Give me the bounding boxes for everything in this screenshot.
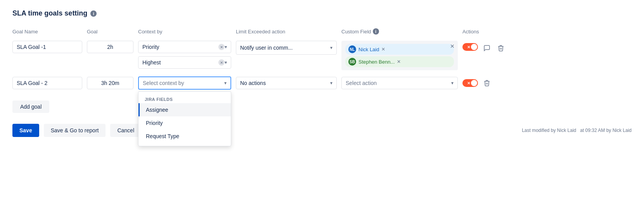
limit-exceeded-1-chevron: ▾	[330, 45, 332, 50]
delete-button-2[interactable]	[482, 78, 492, 88]
goal-value-1-input[interactable]	[87, 41, 133, 53]
user-tag-nl: NL Nick Laid ✕	[345, 44, 454, 55]
header-custom-field: Custom Field i	[341, 28, 458, 35]
add-goal-button[interactable]: Add goal	[12, 100, 49, 113]
user-tag-sb: SB Stephen Benn... ✕	[345, 56, 454, 67]
context-by-2-chevron: ▾	[224, 80, 227, 86]
goal-row-2: Select context by ▾ JIRA FIELDS Assignee…	[12, 73, 632, 93]
select-action-2-text: Select action	[346, 80, 451, 86]
header-goal: Goal	[87, 29, 133, 35]
dropdown-section-label: JIRA FIELDS	[138, 95, 231, 103]
header-context-by: Context by	[138, 29, 231, 35]
info-icon[interactable]: i	[90, 10, 97, 17]
select-action-2-chevron: ▾	[451, 80, 454, 86]
bottom-bar: Save Save & Go to report Cancel Last mod…	[12, 124, 632, 137]
context-priority-text: Priority	[142, 44, 218, 50]
limit-exceeded-2-chevron: ▾	[330, 80, 332, 86]
row2-actions: ✕	[462, 78, 525, 88]
dropdown-item-request-type[interactable]: Request Type	[138, 130, 231, 143]
toggle-2[interactable]: ✕	[462, 79, 478, 87]
goal-name-2-input[interactable]	[12, 77, 82, 89]
context-by-2-select[interactable]: Select context by ▾	[138, 76, 231, 90]
title-text: SLA time goals setting	[12, 9, 87, 17]
header-limit-exceeded: Limit Exceeded action	[236, 29, 337, 35]
goal-row-1: Priority ✕ ▾ Highest ✕ ▾ Notify user in …	[12, 38, 632, 73]
limit-exceeded-2-text: No actions	[240, 80, 330, 86]
comment-button-1[interactable]	[482, 43, 492, 53]
dropdown-item-assignee[interactable]: Assignee	[138, 103, 231, 116]
context-highest-chevron: ▾	[225, 60, 227, 65]
table-header: Goal Name Goal Context by Limit Exceeded…	[12, 28, 632, 38]
user1-name: Nick Laid	[358, 47, 379, 52]
avatar-nl: NL	[348, 45, 356, 53]
limit-exceeded-2-select[interactable]: No actions ▾	[236, 77, 337, 89]
context-dropdown-menu: JIRA FIELDS Assignee Priority Request Ty…	[138, 91, 231, 146]
context-highest-text: Highest	[142, 59, 218, 66]
context-priority-select[interactable]: Priority ✕ ▾	[138, 41, 231, 53]
custom-field-1-container: ✕ NL Nick Laid ✕ SB Stephen Benn... ✕	[341, 41, 458, 70]
save-button[interactable]: Save	[12, 124, 39, 137]
delete-button-1[interactable]	[496, 43, 506, 53]
dropdown-item-priority[interactable]: Priority	[138, 116, 231, 130]
save-go-to-report-button[interactable]: Save & Go to report	[44, 124, 106, 137]
limit-exceeded-1-text: Notify user in comm...	[240, 45, 330, 51]
context-by-2-wrapper: Select context by ▾ JIRA FIELDS Assignee…	[138, 76, 231, 90]
user1-tag-close[interactable]: ✕	[381, 47, 385, 52]
goal-value-2-input[interactable]	[87, 77, 133, 89]
toggle-1[interactable]: ✕	[462, 43, 478, 51]
context-highest-select[interactable]: Highest ✕ ▾	[138, 56, 231, 69]
custom-field-info-icon[interactable]: i	[373, 28, 379, 35]
header-goal-name: Goal Name	[12, 29, 82, 35]
user2-name: Stephen Benn...	[358, 59, 395, 65]
context-by-2-text: Select context by	[143, 80, 224, 86]
cancel-button[interactable]: Cancel	[110, 124, 141, 137]
header-actions: Actions	[462, 29, 525, 35]
select-action-2[interactable]: Select action ▾	[341, 77, 458, 89]
goal-name-1-input[interactable]	[12, 41, 82, 53]
user2-tag-close[interactable]: ✕	[397, 59, 401, 64]
context-highest-clear[interactable]: ✕	[218, 59, 225, 66]
context-priority-clear[interactable]: ✕	[218, 44, 225, 50]
context-priority-chevron: ▾	[225, 44, 227, 50]
limit-exceeded-1-select[interactable]: Notify user in comm... ▾	[236, 41, 337, 55]
row1-actions: ✕	[462, 41, 525, 53]
page-title: SLA time goals setting i	[12, 9, 632, 17]
custom-field-1-close[interactable]: ✕	[450, 43, 455, 49]
context-by-1-col: Priority ✕ ▾ Highest ✕ ▾	[138, 41, 231, 69]
footer-text: Last modified by Nick Laid at 09:32 AM b…	[522, 128, 632, 133]
avatar-sb: SB	[348, 58, 356, 66]
